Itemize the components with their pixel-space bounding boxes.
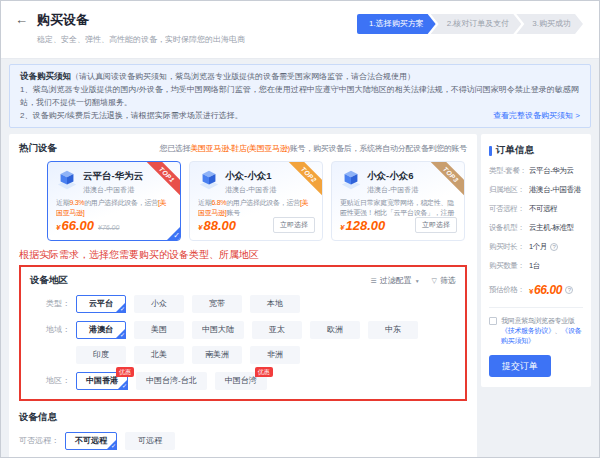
card-region: 港澳台-中国香港 xyxy=(225,185,276,195)
geo-option-india[interactable]: 印度 xyxy=(76,346,126,364)
area-option-hongkong[interactable]: 中国香港优惠✓ xyxy=(76,372,128,390)
agreement-text: 我同意紫鸟浏览器专业版《技术服务协议》、《设备购买须知》 xyxy=(501,316,583,346)
original-price: ¥76.00 xyxy=(98,224,119,231)
notice-title-suffix: （请认真阅读设备购买须知，紫鸟浏览器专业版提供的设备需受国家网络监管，请合法合规… xyxy=(71,72,415,81)
device-card-niche-1[interactable]: TOP2 小众-小众1 港澳台-中国香港 近期6.8%的用户选择此设备，运营[美… xyxy=(189,161,323,241)
device-info-title: 设备信息 xyxy=(19,411,467,424)
region-tools: ☰过滤配置▼ ▽筛选 xyxy=(370,275,456,286)
accent-bar xyxy=(489,146,492,156)
check-icon: ✓ xyxy=(117,379,128,390)
price-amount: 66.00 xyxy=(61,218,94,233)
card-head: 云平台-华为云 港澳台-中国香港 xyxy=(56,169,172,195)
remote-option-yes[interactable]: 可远程 xyxy=(125,432,175,450)
notice-title: 设备购买须知 xyxy=(20,71,71,81)
purchase-steps: 1.选择购买方案 2.核对订单及支付 3.购买成功 xyxy=(357,14,583,34)
geo-option-north-america[interactable]: 北美 xyxy=(134,346,184,364)
geo-filter-row: 地域： 港澳台✓ 美国 中国大陆 亚太 欧洲 中东 印度 北美 南美洲 非洲 xyxy=(30,321,456,364)
type-options: 云平台✓ 小众 宽带 本地 xyxy=(76,295,456,313)
chevron-down-icon: ▼ xyxy=(415,278,420,284)
device-region-title: 设备地区 xyxy=(30,274,68,287)
app-window: ← 购买设备 稳定、安全、弹性、高性能的设备，实时保障您的出海电商 1.选择购买… xyxy=(0,0,600,458)
help-icon[interactable]: ? xyxy=(550,243,558,251)
order-field-machine: 设备机型：云主机-标准型 xyxy=(489,223,583,233)
note-suffix: 账号，购买设备后，系统将自动分配设备到您的账号 xyxy=(290,144,467,153)
device-cube-icon xyxy=(198,169,220,195)
promo-badge: 优惠 xyxy=(116,367,134,377)
geo-option-apac[interactable]: 亚太 xyxy=(252,321,302,339)
agreement-checkbox[interactable] xyxy=(489,317,497,325)
page-body: 设备购买须知（请认真阅读设备购买须知，紫鸟浏览器专业版提供的设备需受国家网络监管… xyxy=(1,59,599,458)
order-field-remote: 可否远程：不可远程 xyxy=(489,204,583,214)
currency-symbol: ¥ xyxy=(198,223,202,232)
back-icon[interactable]: ← xyxy=(15,12,28,27)
area-option-taipei[interactable]: 中国台湾-台北 xyxy=(136,372,207,390)
card-head: 小众-小众1 港澳台-中国香港 xyxy=(198,169,314,195)
card-name: 小众-小众1 xyxy=(225,170,276,183)
geo-option-europe[interactable]: 欧洲 xyxy=(310,321,360,339)
order-summary-panel: 订单信息 类型-套餐：云平台-华为云 归属地区：港澳台-中国香港 可否远程：不可… xyxy=(481,134,591,387)
area-filter-label: 地区： xyxy=(30,372,76,390)
geo-option-hmt[interactable]: 港澳台✓ xyxy=(76,321,126,339)
page-subtitle: 稳定、安全、弹性、高性能的设备，实时保障您的出海电商 xyxy=(37,34,245,45)
note-prefix: 您已选择 xyxy=(160,144,191,153)
promo-badge: 优惠 xyxy=(255,367,273,377)
check-icon: ✓ xyxy=(115,328,126,339)
select-now-button[interactable]: 立即选择 xyxy=(273,217,315,233)
device-cube-icon xyxy=(56,169,78,195)
type-option-cloud-platform[interactable]: 云平台✓ xyxy=(76,295,126,313)
card-description: 更贴近日常家庭宽带网络，稳定性、隐匿性更强！相比「云平台设备」，注册店铺效果更好 xyxy=(340,198,456,217)
area-option-taiwan[interactable]: 中国台湾优惠 xyxy=(215,372,267,390)
card-title-block: 云平台-华为云 港澳台-中国香港 xyxy=(83,169,143,195)
purchase-notice-banner: 设备购买须知（请认真阅读设备购买须知，紫鸟浏览器专业版提供的设备需受国家网络监管… xyxy=(9,64,591,128)
card-price: ¥ 66.00 ¥76.00 xyxy=(56,218,172,233)
agreement-row: 我同意紫鸟浏览器专业版《技术服务协议》、《设备购买须知》 xyxy=(489,316,583,346)
step-success: 3.购买成功 xyxy=(516,14,583,34)
geo-option-mainland[interactable]: 中国大陆 xyxy=(192,321,244,339)
area-options: 中国香港优惠✓ 中国台湾-台北 中国台湾优惠 xyxy=(76,372,456,390)
order-field-price: 预估价格： ¥66.00 ? xyxy=(489,283,583,297)
annotation-text: 根据实际需求，选择您需要购买的设备类型、所属地区 xyxy=(19,248,467,262)
filter-config-button[interactable]: ☰过滤配置▼ xyxy=(370,275,419,286)
hot-devices-title: 热门设备 xyxy=(19,142,57,155)
page-heading: 购买设备 稳定、安全、弹性、高性能的设备，实时保障您的出海电商 xyxy=(37,11,245,45)
submit-order-button[interactable]: 提交订单 xyxy=(489,355,551,377)
device-card-niche-6[interactable]: TOP3 小众-小众6 港澳台-中国香港 更贴近日常家庭宽带网络，稳定性、隐匿性… xyxy=(331,161,465,241)
step-confirm-pay: 2.核对订单及支付 xyxy=(431,14,522,34)
remote-option-no[interactable]: 不可远程✓ xyxy=(65,432,117,450)
currency-symbol: ¥ xyxy=(56,223,60,232)
device-card-huawei-cloud[interactable]: TOP1 云平台-华为云 港澳台-中国香港 近期9.3%的用户选择此设备，运营[… xyxy=(47,161,181,241)
notice-line-1: 1、紫鸟浏览器专业版提供的国内/外设备，均受中国网络部门监管，您在使用过程中应遵… xyxy=(20,83,580,109)
note-account: 美国亚马逊-鞋店(美国亚马逊) xyxy=(190,144,290,153)
geo-option-africa[interactable]: 非洲 xyxy=(250,346,300,364)
type-option-local[interactable]: 本地 xyxy=(250,295,300,313)
order-field-region: 归属地区：港澳台-中国香港 xyxy=(489,185,583,195)
device-region-header: 设备地区 ☰过滤配置▼ ▽筛选 xyxy=(30,274,456,287)
card-title-block: 小众-小众1 港澳台-中国香港 xyxy=(225,169,276,195)
selected-account-note: 您已选择美国亚马逊-鞋店(美国亚马逊)账号，购买设备后，系统将自动分配设备到您的… xyxy=(160,143,467,154)
filter-button[interactable]: ▽筛选 xyxy=(432,275,456,286)
view-full-notice-link[interactable]: 查看完整设备购买须知 > xyxy=(493,109,580,122)
remote-options: 不可远程✓ 可远程 xyxy=(65,432,467,450)
select-now-button[interactable]: 立即选择 xyxy=(415,217,457,233)
remote-filter-label: 可否远程： xyxy=(19,432,65,450)
type-filter-label: 类型： xyxy=(30,295,76,313)
help-icon[interactable]: ? xyxy=(565,286,573,294)
step-choose-plan: 1.选择购买方案 xyxy=(357,14,436,34)
geo-option-usa[interactable]: 美国 xyxy=(134,321,184,339)
device-region-section: 设备地区 ☰过滤配置▼ ▽筛选 类型： 云平台✓ 小众 宽带 本地 xyxy=(19,265,467,401)
order-info-title: 订单信息 xyxy=(496,144,534,157)
card-region: 港澳台-中国香港 xyxy=(367,185,418,195)
order-field-quantity: 购买数量：1台 xyxy=(489,261,583,271)
page-title: 购买设备 xyxy=(37,11,245,29)
geo-option-mideast[interactable]: 中东 xyxy=(368,321,418,339)
geo-filter-label: 地域： xyxy=(30,321,76,364)
type-option-broadband[interactable]: 宽带 xyxy=(192,295,242,313)
funnel-icon: ▽ xyxy=(432,277,437,285)
tech-agreement-link[interactable]: 《技术服务协议》 xyxy=(501,327,555,334)
type-option-niche[interactable]: 小众 xyxy=(134,295,184,313)
hot-devices-header: 热门设备 您已选择美国亚马逊-鞋店(美国亚马逊)账号，购买设备后，系统将自动分配… xyxy=(19,142,467,155)
card-description: 近期9.3%的用户选择此设备，运营[美国亚马逊] xyxy=(56,198,172,217)
geo-option-south-america[interactable]: 南美洲 xyxy=(192,346,242,364)
type-filter-row: 类型： 云平台✓ 小众 宽带 本地 xyxy=(30,295,456,313)
card-name: 云平台-华为云 xyxy=(83,170,143,183)
